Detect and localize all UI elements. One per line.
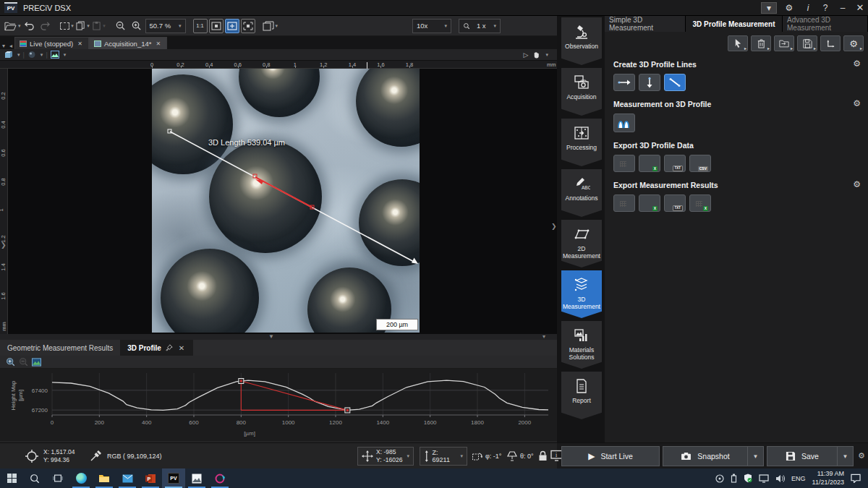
fit-width-button[interactable] (209, 19, 224, 33)
load-profile-button[interactable]: ▸ (774, 35, 794, 51)
statusbar-gear-icon[interactable]: ⚙ (858, 451, 865, 461)
info-icon[interactable]: i (800, 1, 816, 14)
chart-export-icon[interactable] (32, 358, 41, 367)
play-outline-icon[interactable]: ▷ (524, 51, 529, 59)
profile-chart[interactable]: 6720067400020040060080010001200140016001… (0, 369, 557, 441)
fullscreen-button[interactable] (241, 19, 255, 33)
sidebar-item-2d-measurement[interactable]: 2D Measurement (561, 220, 602, 267)
objective-select[interactable]: 10x▾ (412, 19, 451, 33)
export-results-excel-table-button[interactable]: X (689, 194, 711, 212)
language-indicator[interactable]: ENG (791, 475, 806, 482)
lock-icon[interactable] (538, 450, 548, 461)
paste-button[interactable]: ▾ (92, 18, 106, 34)
settings-gear-icon[interactable]: ⚙ (781, 1, 797, 14)
snapshot-dropdown-icon[interactable]: ▼ (747, 447, 763, 466)
sidebar-item-observation[interactable]: Observation (561, 17, 602, 65)
actual-size-button[interactable]: 1:1 (193, 19, 208, 33)
export-excel-button[interactable]: X (639, 155, 660, 172)
zoom-in-button[interactable] (129, 18, 144, 34)
digital-zoom-select[interactable]: 1 x▾ (459, 19, 501, 33)
export-results-table-button[interactable] (613, 194, 635, 212)
sidebar-item-report[interactable]: Report (561, 372, 602, 419)
titlebar-dropdown-icon[interactable]: ▾ (761, 2, 777, 14)
tray-volume-icon[interactable] (775, 474, 785, 483)
close-tab-icon[interactable]: ✕ (76, 40, 84, 47)
chart-zoom-in-icon[interactable] (6, 357, 15, 367)
sidebar-item-materials-solutions[interactable]: Materials Solutions (561, 321, 602, 369)
tray-network-icon[interactable] (759, 474, 769, 483)
taskbar-search-button[interactable] (23, 468, 46, 488)
collapse-down-icon[interactable]: ▼ (268, 333, 274, 340)
tab-acquisition[interactable]: Acquisition_14* ✕ (89, 37, 167, 49)
tab-3d-profile[interactable]: 3D Profile ✕ (120, 340, 193, 356)
taskbar-preciv-active[interactable]: PV (162, 468, 185, 488)
taskbar-paint3d[interactable] (208, 468, 231, 488)
snapshot-button[interactable]: Snapshot ▼ (663, 446, 764, 466)
minimize-button[interactable]: – (835, 1, 851, 14)
taskbar-mail[interactable] (116, 468, 139, 488)
taskbar-edge[interactable] (69, 468, 93, 488)
left-panel-expand-icon[interactable]: ❯ (1, 241, 7, 249)
taskbar-powerpoint[interactable]: P (139, 468, 162, 488)
profile-settings-button[interactable]: ⚙▸ (843, 35, 864, 51)
close-panel-icon[interactable]: ✕ (177, 344, 186, 352)
measurement-settings-icon[interactable]: ⚙ (853, 98, 861, 108)
undo-button[interactable] (22, 18, 37, 34)
open-file-button[interactable]: ▾ (4, 18, 21, 34)
stage-z-control[interactable]: Z: 69211 ▾ (420, 447, 467, 466)
image-view-icon[interactable] (51, 51, 59, 59)
select-tool-button[interactable]: ▸ (728, 35, 748, 51)
fit-screen-button[interactable] (225, 19, 239, 33)
sidebar-item-annotations[interactable]: ABC Annotations (561, 169, 602, 217)
chart-zoom-out-icon[interactable] (19, 357, 28, 367)
export-results-excel-button[interactable]: X (639, 194, 660, 212)
save-button[interactable]: Save ▼ (767, 446, 854, 466)
specimen-image[interactable]: 3D Length 539.04 µm 200 µm (152, 69, 420, 333)
vertical-line-button[interactable] (639, 74, 660, 91)
save-profile-button[interactable]: ▸ (797, 35, 817, 51)
sidebar-item-processing[interactable]: Processing (561, 119, 602, 166)
taskbar-photos[interactable] (185, 468, 208, 488)
tab-advanced-3d-measurement[interactable]: Advanced 3D Measurement (783, 16, 868, 32)
stage-xy-control[interactable]: X: -985Y: -16026 ▾ (357, 447, 414, 466)
export-results-settings-icon[interactable]: ⚙ (853, 179, 861, 189)
zoom-percent-select[interactable]: 50.7 %▾ (145, 19, 186, 33)
tray-usb-icon[interactable] (731, 474, 737, 483)
clock[interactable]: 11:39 AM 11/21/2023 (812, 470, 844, 487)
start-button[interactable] (0, 468, 23, 488)
tray-security-icon[interactable] (744, 474, 752, 483)
tab-live[interactable]: Live (stopped) ✕ (14, 37, 89, 49)
tab-geometric-results[interactable]: Geometric Measurement Results (0, 340, 120, 356)
export-results-txt-button[interactable]: TXT (664, 194, 686, 212)
horizontal-line-button[interactable] (613, 74, 635, 91)
create-lines-settings-icon[interactable]: ⚙ (853, 59, 861, 69)
tab-3d-profile-measurement[interactable]: 3D Profile Measurement (686, 16, 783, 32)
export-txt-button[interactable]: TXT (664, 155, 686, 172)
tab-simple-3d-measurement[interactable]: Simple 3D Measurement (605, 16, 686, 32)
scrollbar-down-icon[interactable]: ▾ (542, 333, 545, 340)
selection-tool-button[interactable]: ▾ (60, 18, 75, 34)
diagonal-line-button[interactable] (664, 74, 686, 91)
close-button[interactable]: ✕ (852, 1, 868, 14)
export-table-button[interactable] (613, 155, 635, 172)
notification-center-icon[interactable] (851, 474, 861, 483)
tab-overflow-icon[interactable]: ▾ (0, 43, 7, 49)
layout-window-button[interactable]: ▾ (263, 18, 278, 34)
tray-eject-icon[interactable] (715, 474, 724, 483)
tab-scroll-left-icon[interactable]: ◂ (7, 43, 14, 49)
export-csv-button[interactable]: CSV (689, 155, 711, 172)
close-tab-icon[interactable]: ✕ (154, 40, 162, 47)
pin-icon[interactable] (166, 344, 173, 351)
taskbar-file-explorer[interactable] (93, 468, 116, 488)
copy-button[interactable]: ▾ (76, 18, 90, 34)
delete-profile-button[interactable]: ▸ (751, 35, 771, 51)
sidebar-item-3d-measurement[interactable]: 3D Measurement (561, 270, 602, 318)
task-view-button[interactable] (46, 468, 69, 488)
height-view-icon[interactable] (27, 51, 36, 59)
sidebar-item-acquisition[interactable]: Acquisition (561, 68, 602, 116)
hand-tool-dropdown-icon[interactable]: ▾ (545, 52, 548, 58)
start-live-button[interactable]: ▶ Start Live (561, 446, 660, 466)
texture-view-icon[interactable] (4, 51, 13, 59)
right-panel-collapse-icon[interactable]: ❯ (551, 223, 557, 230)
axis-settings-button[interactable] (820, 35, 841, 51)
